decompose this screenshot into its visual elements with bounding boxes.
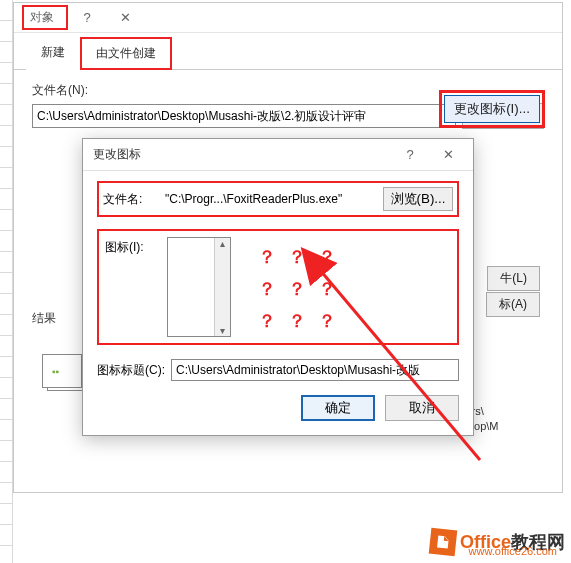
- icon-list-row: 图标(I): ▴ ▾ ？ ？ ？ ？ ？ ？ ？ ？ ？: [97, 229, 459, 345]
- change-icon-button[interactable]: 更改图标(I)...: [444, 95, 540, 123]
- watermark: Office教程网 www.office26.com: [430, 529, 565, 555]
- object-dialog-titlebar: 对象 ? ✕: [14, 3, 562, 33]
- spreadsheet-grid-background: [0, 0, 13, 563]
- icon-list-scrollbar[interactable]: ▴ ▾: [214, 238, 230, 336]
- watermark-url: www.office26.com: [469, 545, 557, 557]
- object-dialog-body: 文件名(N): 浏览(B)... 牛(L) 标(A) 结果 ▪▪ sers\ s…: [14, 70, 562, 141]
- icon-file-input[interactable]: [161, 188, 377, 210]
- help-button[interactable]: ?: [68, 4, 106, 32]
- change-icon-dialog: 更改图标 ? ✕ 文件名: 浏览(B)... 图标(I): ▴ ▾ ？ ？ ？ …: [82, 138, 474, 436]
- scroll-up-icon[interactable]: ▴: [220, 238, 225, 249]
- icon-file-label: 文件名:: [103, 191, 155, 208]
- display-as-icon-partial[interactable]: 标(A): [486, 292, 540, 317]
- object-dialog-tabs: 新建 由文件创建: [14, 33, 562, 70]
- ok-button[interactable]: 确定: [301, 395, 375, 421]
- scroll-down-icon[interactable]: ▾: [220, 325, 225, 336]
- annotation-question-marks: ？ ？ ？ ？ ？ ？ ？ ？ ？: [241, 237, 337, 335]
- icon-list-box[interactable]: ▴ ▾: [167, 237, 231, 337]
- link-to-file-partial[interactable]: 牛(L): [487, 266, 540, 291]
- watermark-logo-icon: [429, 528, 458, 557]
- filename-input[interactable]: [32, 104, 456, 128]
- icon-caption-input[interactable]: [171, 359, 459, 381]
- result-label: 结果: [32, 310, 56, 327]
- tab-new[interactable]: 新建: [26, 37, 80, 70]
- close-button[interactable]: ✕: [106, 4, 144, 32]
- change-icon-titlebar: 更改图标 ? ✕: [83, 139, 473, 171]
- inner-help-button[interactable]: ?: [391, 141, 429, 169]
- change-icon-title: 更改图标: [93, 146, 391, 163]
- icon-file-row: 文件名: 浏览(B)...: [97, 181, 459, 217]
- object-dialog-title: 对象: [22, 5, 68, 30]
- result-preview-icon: ▪▪: [47, 359, 85, 391]
- cancel-button[interactable]: 取消: [385, 395, 459, 421]
- icon-caption-row: 图标标题(C):: [97, 359, 459, 381]
- icon-browse-button[interactable]: 浏览(B)...: [383, 187, 453, 211]
- inner-close-button[interactable]: ✕: [429, 141, 467, 169]
- tab-from-file[interactable]: 由文件创建: [80, 37, 172, 70]
- icon-caption-label: 图标标题(C):: [97, 362, 165, 379]
- icon-list-label: 图标(I):: [105, 237, 157, 256]
